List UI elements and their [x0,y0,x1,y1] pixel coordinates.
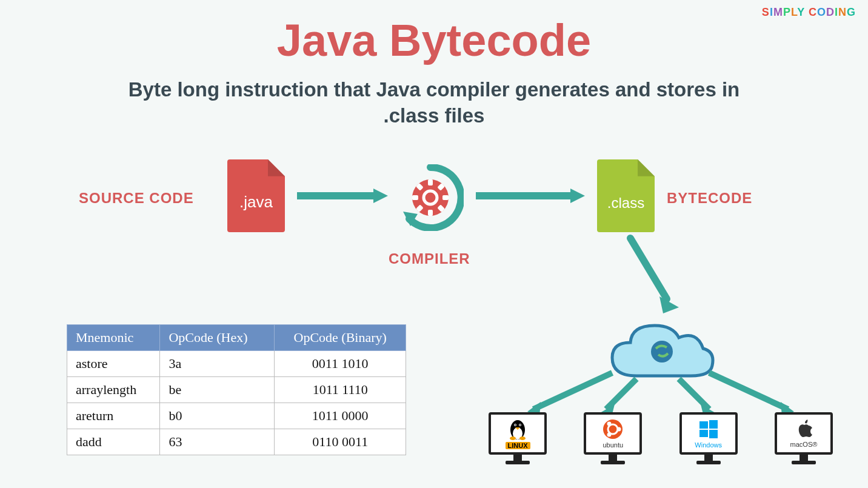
cell-binary: 0011 1010 [275,351,406,377]
svg-line-11 [630,238,667,299]
cell-hex: b0 [160,403,275,429]
svg-rect-5 [412,195,418,200]
windows-label: Windows [695,441,722,449]
col-binary: OpCode (Binary) [275,325,406,351]
table-row: arraylength be 1011 1110 [67,377,406,403]
compiler-label: COMPILER [389,250,470,267]
page-subtitle: Byte long instruction that Java compiler… [101,77,767,129]
compilation-flow: SOURCE CODE .java [0,153,868,275]
deployment-cloud-area: LINUX ubuntu [479,318,843,482]
table-row: astore 3a 0011 1010 [67,351,406,377]
bytecode-label: BYTECODE [667,190,752,207]
svg-rect-37 [709,420,718,429]
svg-rect-36 [699,421,708,429]
svg-line-16 [606,379,636,409]
source-code-label: SOURCE CODE [79,190,194,207]
java-file-icon: .java [227,159,285,232]
svg-line-20 [709,373,788,409]
monitor-windows: Windows [676,412,741,464]
svg-point-35 [607,433,612,437]
cell-mnemonic: astore [67,351,160,377]
opcode-table: Mnemonic OpCode (Hex) OpCode (Binary) as… [67,324,406,455]
apple-logo-icon [795,419,813,440]
arrow-source-to-compiler [297,189,388,203]
table-row: dadd 63 0110 0011 [67,429,406,455]
svg-point-33 [617,427,621,432]
cell-hex: 63 [160,429,275,455]
svg-point-27 [519,424,521,426]
svg-rect-3 [428,179,433,186]
linux-label: LINUX [506,442,530,449]
ubuntu-logo-icon [602,418,624,440]
table-row: areturn b0 1011 0000 [67,403,406,429]
svg-point-29 [510,436,516,440]
svg-rect-4 [428,210,433,216]
svg-rect-6 [442,195,449,200]
arrow-compiler-to-class [476,189,585,203]
svg-rect-39 [709,430,718,438]
cell-binary: 0110 0011 [275,429,406,455]
monitor-linux: LINUX [485,412,550,464]
macos-label: macOS® [790,441,818,448]
cell-mnemonic: dadd [67,429,160,455]
table-header-row: Mnemonic OpCode (Hex) OpCode (Binary) [67,325,406,351]
svg-point-34 [607,422,612,426]
cell-mnemonic: arraylength [67,377,160,403]
cell-mnemonic: areturn [67,403,160,429]
class-file-icon: .class [597,159,655,232]
cell-hex: be [160,377,275,403]
svg-point-13 [651,341,673,363]
col-hex: OpCode (Hex) [160,325,275,351]
linux-penguin-icon [507,418,529,441]
cell-hex: 3a [160,351,275,377]
brand-logo: SIMPLY CODING [762,6,856,19]
svg-point-30 [519,436,526,440]
cell-binary: 1011 1110 [275,377,406,403]
compiler-gear-icon [397,164,464,231]
page-title: Java Bytecode [0,15,868,66]
class-extension-text: .class [597,195,655,212]
java-extension-text: .java [227,193,285,212]
svg-rect-38 [699,430,708,437]
windows-logo-icon [698,418,719,440]
col-mnemonic: Mnemonic [67,325,160,351]
arrow-class-to-cloud [618,232,691,317]
svg-point-26 [515,424,516,426]
monitor-ubuntu: ubuntu [580,412,646,464]
cell-binary: 1011 0000 [275,403,406,429]
ubuntu-label: ubuntu [603,441,624,449]
monitor-macos: macOS® [771,412,836,464]
